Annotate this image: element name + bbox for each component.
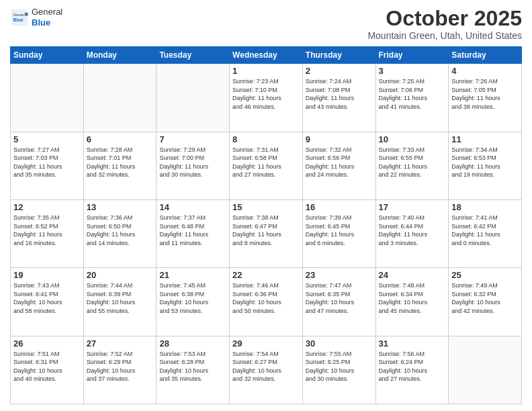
calendar-cell: 10Sunrise: 7:33 AM Sunset: 6:55 PM Dayli… — [375, 132, 449, 199]
day-info: Sunrise: 7:39 AM Sunset: 6:45 PM Dayligh… — [306, 214, 373, 247]
day-number: 22 — [232, 270, 300, 280]
calendar-cell: 8Sunrise: 7:31 AM Sunset: 6:58 PM Daylig… — [230, 132, 303, 199]
calendar-cell: 4Sunrise: 7:26 AM Sunset: 7:05 PM Daylig… — [449, 64, 522, 132]
day-info: Sunrise: 7:56 AM Sunset: 6:24 PM Dayligh… — [379, 350, 446, 383]
day-info: Sunrise: 7:28 AM Sunset: 7:01 PM Dayligh… — [87, 146, 154, 179]
day-number: 25 — [451, 270, 519, 280]
calendar-body: 1Sunrise: 7:23 AM Sunset: 7:10 PM Daylig… — [11, 64, 522, 404]
logo-blue-text: Blue — [32, 17, 62, 28]
calendar-cell: 26Sunrise: 7:51 AM Sunset: 6:31 PM Dayli… — [11, 336, 84, 404]
calendar-cell: 15Sunrise: 7:38 AM Sunset: 6:47 PM Dayli… — [230, 199, 303, 267]
day-number: 30 — [306, 338, 373, 349]
day-number: 24 — [379, 270, 446, 280]
logo-general-text: General — [32, 7, 62, 17]
day-info: Sunrise: 7:41 AM Sunset: 6:42 PM Dayligh… — [451, 214, 519, 247]
calendar-cell: 29Sunrise: 7:54 AM Sunset: 6:27 PM Dayli… — [230, 336, 303, 404]
day-number: 21 — [159, 270, 226, 280]
day-info: Sunrise: 7:40 AM Sunset: 6:44 PM Dayligh… — [379, 214, 446, 247]
day-number: 12 — [13, 202, 81, 212]
calendar-cell: 16Sunrise: 7:39 AM Sunset: 6:45 PM Dayli… — [302, 199, 375, 267]
weekday-header-monday: Monday — [83, 47, 157, 64]
day-number: 28 — [159, 338, 226, 349]
weekday-header-tuesday: Tuesday — [157, 47, 230, 64]
day-number: 20 — [87, 270, 154, 280]
day-info: Sunrise: 7:23 AM Sunset: 7:10 PM Dayligh… — [232, 77, 300, 111]
title-block: October 2025 Mountain Green, Utah, Unite… — [367, 7, 522, 41]
day-number: 1 — [232, 66, 300, 76]
week-row-3: 12Sunrise: 7:35 AM Sunset: 6:52 PM Dayli… — [11, 199, 522, 267]
day-number: 27 — [87, 338, 154, 349]
day-number: 23 — [306, 270, 373, 280]
calendar-cell: 19Sunrise: 7:43 AM Sunset: 6:41 PM Dayli… — [11, 268, 84, 336]
calendar-cell — [83, 64, 157, 132]
calendar-cell: 31Sunrise: 7:56 AM Sunset: 6:24 PM Dayli… — [375, 336, 449, 404]
calendar-cell: 9Sunrise: 7:32 AM Sunset: 6:56 PM Daylig… — [302, 132, 375, 199]
calendar-cell: 25Sunrise: 7:49 AM Sunset: 6:32 PM Dayli… — [449, 268, 522, 336]
calendar-cell: 22Sunrise: 7:46 AM Sunset: 6:36 PM Dayli… — [230, 268, 303, 336]
calendar-cell: 17Sunrise: 7:40 AM Sunset: 6:44 PM Dayli… — [375, 199, 449, 267]
day-info: Sunrise: 7:48 AM Sunset: 6:34 PM Dayligh… — [379, 281, 446, 315]
weekday-header-wednesday: Wednesday — [230, 47, 303, 64]
weekday-header-thursday: Thursday — [302, 47, 375, 64]
calendar-cell: 24Sunrise: 7:48 AM Sunset: 6:34 PM Dayli… — [375, 268, 449, 336]
day-info: Sunrise: 7:54 AM Sunset: 6:27 PM Dayligh… — [232, 350, 300, 383]
page: General Blue General Blue October 2025 M… — [0, 0, 532, 411]
calendar-cell: 11Sunrise: 7:34 AM Sunset: 6:53 PM Dayli… — [449, 132, 522, 199]
day-info: Sunrise: 7:24 AM Sunset: 7:08 PM Dayligh… — [306, 77, 373, 111]
day-info: Sunrise: 7:37 AM Sunset: 6:48 PM Dayligh… — [159, 214, 226, 247]
day-number: 18 — [451, 202, 519, 212]
weekday-header-row: SundayMondayTuesdayWednesdayThursdayFrid… — [11, 47, 522, 64]
day-number: 5 — [13, 134, 81, 144]
day-number: 19 — [13, 270, 81, 280]
month-title: October 2025 — [367, 7, 522, 30]
calendar-cell: 21Sunrise: 7:45 AM Sunset: 6:38 PM Dayli… — [157, 268, 230, 336]
calendar-cell: 1Sunrise: 7:23 AM Sunset: 7:10 PM Daylig… — [230, 64, 303, 132]
header: General Blue General Blue October 2025 M… — [10, 7, 522, 41]
week-row-5: 26Sunrise: 7:51 AM Sunset: 6:31 PM Dayli… — [11, 336, 522, 404]
calendar-cell: 13Sunrise: 7:36 AM Sunset: 6:50 PM Dayli… — [83, 199, 157, 267]
day-info: Sunrise: 7:49 AM Sunset: 6:32 PM Dayligh… — [451, 281, 519, 315]
day-info: Sunrise: 7:44 AM Sunset: 6:39 PM Dayligh… — [87, 281, 154, 315]
week-row-2: 5Sunrise: 7:27 AM Sunset: 7:03 PM Daylig… — [11, 132, 522, 199]
day-info: Sunrise: 7:35 AM Sunset: 6:52 PM Dayligh… — [13, 214, 81, 247]
calendar-cell: 18Sunrise: 7:41 AM Sunset: 6:42 PM Dayli… — [449, 199, 522, 267]
day-info: Sunrise: 7:46 AM Sunset: 6:36 PM Dayligh… — [232, 281, 300, 315]
calendar-cell — [157, 64, 230, 132]
calendar-cell: 2Sunrise: 7:24 AM Sunset: 7:08 PM Daylig… — [302, 64, 375, 132]
day-info: Sunrise: 7:38 AM Sunset: 6:47 PM Dayligh… — [232, 214, 300, 247]
calendar-cell: 12Sunrise: 7:35 AM Sunset: 6:52 PM Dayli… — [11, 199, 84, 267]
day-number: 8 — [232, 134, 300, 144]
day-info: Sunrise: 7:53 AM Sunset: 6:28 PM Dayligh… — [159, 350, 226, 383]
day-number: 6 — [87, 134, 154, 144]
calendar-cell: 3Sunrise: 7:25 AM Sunset: 7:06 PM Daylig… — [375, 64, 449, 132]
calendar-cell — [449, 336, 522, 404]
day-info: Sunrise: 7:26 AM Sunset: 7:05 PM Dayligh… — [451, 77, 519, 111]
day-number: 7 — [159, 134, 226, 144]
calendar-cell: 28Sunrise: 7:53 AM Sunset: 6:28 PM Dayli… — [157, 336, 230, 404]
day-number: 9 — [306, 134, 373, 144]
day-number: 4 — [451, 66, 519, 76]
calendar-cell: 27Sunrise: 7:52 AM Sunset: 6:29 PM Dayli… — [83, 336, 157, 404]
day-number: 29 — [232, 338, 300, 349]
week-row-4: 19Sunrise: 7:43 AM Sunset: 6:41 PM Dayli… — [11, 268, 522, 336]
day-info: Sunrise: 7:31 AM Sunset: 6:58 PM Dayligh… — [232, 146, 300, 179]
day-info: Sunrise: 7:55 AM Sunset: 6:25 PM Dayligh… — [306, 350, 373, 383]
day-number: 26 — [13, 338, 81, 349]
day-number: 16 — [306, 202, 373, 212]
day-info: Sunrise: 7:43 AM Sunset: 6:41 PM Dayligh… — [13, 281, 81, 315]
day-number: 13 — [87, 202, 154, 212]
day-number: 14 — [159, 202, 226, 212]
week-row-1: 1Sunrise: 7:23 AM Sunset: 7:10 PM Daylig… — [11, 64, 522, 132]
calendar-cell: 20Sunrise: 7:44 AM Sunset: 6:39 PM Dayli… — [83, 268, 157, 336]
calendar-cell: 14Sunrise: 7:37 AM Sunset: 6:48 PM Dayli… — [157, 199, 230, 267]
calendar-cell: 7Sunrise: 7:29 AM Sunset: 7:00 PM Daylig… — [157, 132, 230, 199]
day-info: Sunrise: 7:52 AM Sunset: 6:29 PM Dayligh… — [87, 350, 154, 383]
day-info: Sunrise: 7:47 AM Sunset: 6:35 PM Dayligh… — [306, 281, 373, 315]
location: Mountain Green, Utah, United States — [367, 30, 522, 41]
weekday-header-saturday: Saturday — [449, 47, 522, 64]
calendar: SundayMondayTuesdayWednesdayThursdayFrid… — [10, 46, 522, 404]
day-info: Sunrise: 7:29 AM Sunset: 7:00 PM Dayligh… — [159, 146, 226, 179]
day-info: Sunrise: 7:33 AM Sunset: 6:55 PM Dayligh… — [379, 146, 446, 179]
logo-text: General Blue — [32, 7, 62, 28]
day-number: 3 — [379, 66, 446, 76]
